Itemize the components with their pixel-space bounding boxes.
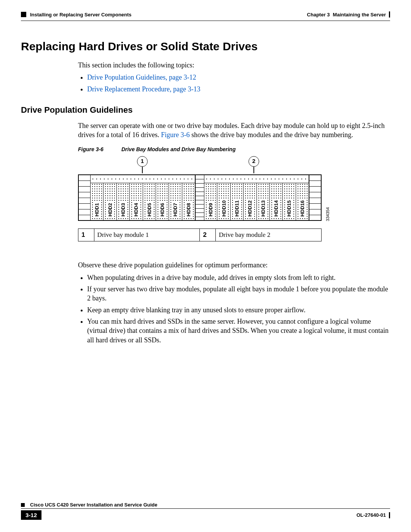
doc-number: OL-27640-01 bbox=[357, 512, 386, 518]
hdd-label: HDD1 bbox=[94, 201, 100, 218]
hdd-label: HDD16 bbox=[299, 199, 305, 218]
legend-num: 1 bbox=[78, 229, 94, 241]
hdd-label: HDD5 bbox=[147, 201, 152, 218]
footer-hrule bbox=[21, 508, 390, 509]
chassis-diagram: HDD1 HDD2 HDD3 HDD4 HDD5 HDD6 HDD7 HDD8 … bbox=[78, 174, 322, 221]
footer-marker-icon bbox=[21, 503, 25, 507]
footer-guide-title: Cisco UCS C420 Server Installation and S… bbox=[30, 502, 158, 508]
figure-id: 334354 bbox=[325, 207, 330, 221]
list-item: Keep an empty drive blanking tray in any… bbox=[87, 305, 390, 315]
drive-module-2: HDD9 HDD10 HDD11 HDD12 HDD13 HDD14 HDD15… bbox=[204, 175, 309, 220]
hdd-label: HDD6 bbox=[159, 201, 165, 218]
header-hrule bbox=[21, 21, 390, 21]
para-text-b: shows the drive bay modules and the driv… bbox=[190, 131, 353, 139]
subsection-heading: Drive Population Guidelines bbox=[21, 105, 390, 115]
legend-desc: Drive bay module 2 bbox=[216, 229, 322, 241]
figure-caption: Figure 3-6 Drive Bay Modules and Drive B… bbox=[78, 146, 390, 152]
header-section-label: Installing or Replacing Server Component… bbox=[30, 12, 132, 18]
hdd-label: HDD9 bbox=[208, 201, 213, 218]
hdd-label: HDD7 bbox=[172, 201, 178, 218]
chassis-ear-right bbox=[309, 175, 321, 220]
list-item: If your server has two drive bay modules… bbox=[87, 284, 390, 303]
list-item: You can mix hard drives and SSDs in the … bbox=[87, 317, 390, 345]
figure-title: Drive Bay Modules and Drive Bay Numberin… bbox=[121, 146, 236, 152]
intro-text: This section includes the following topi… bbox=[78, 61, 390, 70]
header-rule-icon bbox=[389, 11, 390, 18]
drive-module-1: HDD1 HDD2 HDD3 HDD4 HDD5 HDD6 HDD7 HDD8 bbox=[91, 175, 195, 220]
hdd-label: HDD13 bbox=[260, 199, 266, 218]
callout-1: 1 bbox=[137, 156, 148, 167]
list-item: Drive Replacement Procedure, page 3-13 bbox=[87, 85, 390, 94]
footer-rule-icon bbox=[389, 512, 390, 518]
chassis-ear-left bbox=[79, 175, 91, 220]
page-footer: Cisco UCS C420 Server Installation and S… bbox=[21, 502, 390, 520]
chassis-center-column bbox=[195, 175, 204, 220]
figure-label: Figure 3-6 bbox=[78, 146, 120, 152]
hdd-label: HDD2 bbox=[107, 201, 113, 218]
list-item: Drive Population Guidelines, page 3-12 bbox=[87, 73, 390, 82]
figure-legend-table: 1 Drive bay module 1 2 Drive bay module … bbox=[78, 228, 322, 241]
legend-desc: Drive bay module 1 bbox=[94, 229, 200, 241]
callout-line-icon bbox=[253, 166, 254, 173]
observe-intro: Observe these drive population guideline… bbox=[78, 260, 390, 270]
hdd-label: HDD8 bbox=[186, 201, 191, 218]
figure-xref-link[interactable]: Figure 3-6 bbox=[161, 131, 190, 139]
topic-links-list: Drive Population Guidelines, page 3-12 D… bbox=[78, 73, 390, 94]
hdd-label: HDD10 bbox=[221, 199, 227, 218]
topic-link-guidelines[interactable]: Drive Population Guidelines, page 3-12 bbox=[87, 73, 196, 81]
guidelines-intro-para: The server can operate with one or two d… bbox=[78, 121, 390, 140]
hdd-label: HDD4 bbox=[133, 201, 139, 218]
page-title: Replacing Hard Drives or Solid State Dri… bbox=[21, 40, 390, 53]
hdd-label: HDD11 bbox=[234, 199, 240, 218]
hdd-label: HDD3 bbox=[120, 201, 126, 218]
hdd-label: HDD14 bbox=[273, 199, 279, 218]
legend-num: 2 bbox=[200, 229, 216, 241]
header-chapter-title: Maintaining the Server bbox=[333, 12, 386, 18]
guidelines-list: When populating drives in a drive bay mo… bbox=[78, 273, 390, 345]
hdd-label: HDD12 bbox=[247, 199, 253, 218]
figure-diagram: 1 2 HDD1 HDD2 HDD3 HDD4 HDD5 HDD6 HD bbox=[78, 156, 322, 221]
header-chapter-label: Chapter 3 bbox=[307, 12, 330, 18]
header-marker-icon bbox=[21, 12, 26, 17]
page-header: Installing or Replacing Server Component… bbox=[21, 11, 390, 18]
callout-2: 2 bbox=[249, 156, 259, 167]
table-row: 1 Drive bay module 1 2 Drive bay module … bbox=[78, 229, 322, 241]
page-number: 3-12 bbox=[21, 510, 41, 520]
callout-line-icon bbox=[142, 166, 143, 173]
list-item: When populating drives in a drive bay mo… bbox=[87, 273, 390, 282]
hdd-label: HDD15 bbox=[286, 199, 292, 218]
topic-link-procedure[interactable]: Drive Replacement Procedure, page 3-13 bbox=[87, 85, 200, 93]
